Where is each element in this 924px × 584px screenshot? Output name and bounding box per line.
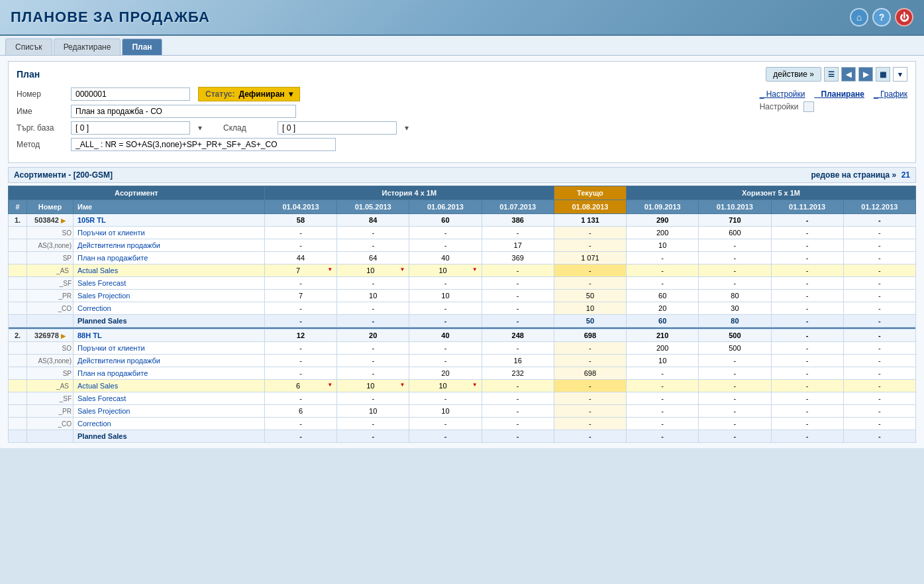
nav-next-button[interactable]: ▶ (858, 67, 873, 82)
tab-edit[interactable]: Редактиране (54, 38, 121, 55)
cell-0: - (264, 302, 336, 315)
sub-name[interactable]: Correction (74, 302, 265, 315)
cell-5: 200 (627, 342, 699, 355)
cell-empty-hash (9, 355, 27, 367)
sub-name[interactable]: Действителни продажби (74, 239, 265, 252)
cell-2: 10 (409, 290, 482, 302)
cell-6: - (699, 405, 771, 418)
home-button[interactable]: ⌂ (850, 8, 868, 27)
cell-2: - (409, 430, 482, 443)
cell-prefix: _CO (27, 302, 74, 315)
cell-6: 600 (699, 227, 771, 239)
cell-6: 80 (699, 290, 771, 302)
product-name[interactable]: 105R TL (74, 214, 265, 227)
dropdown-icon-warehouse[interactable]: ▾ (405, 123, 409, 133)
cell-empty-hash (9, 405, 27, 418)
form-row-name: Име (17, 105, 409, 118)
sub-name[interactable]: План на продажбите (74, 367, 265, 380)
cell-5: - (627, 405, 699, 418)
cell-3: - (482, 315, 554, 327)
cell-prefix: _PR (27, 405, 74, 418)
cell-0: - (264, 227, 336, 239)
cell-1: ▼10 (337, 264, 409, 277)
cell-1: - (337, 302, 409, 315)
cell-8: - (843, 239, 915, 252)
sub-name[interactable]: Sales Forecast (74, 392, 265, 405)
cell-3: 386 (482, 214, 554, 227)
cell-4: - (554, 405, 626, 418)
cell-4: 1 131 (554, 214, 626, 227)
cell-6: - (699, 252, 771, 264)
cell-7: - (771, 315, 843, 327)
cell-7: - (771, 302, 843, 315)
view-extra-button[interactable]: ▾ (893, 67, 907, 82)
sub-name[interactable]: Поръчки от клиенти (74, 342, 265, 355)
cell-3: 17 (482, 239, 554, 252)
help-button[interactable]: ? (872, 8, 891, 27)
form-row-trade: Търг. база ▾ Склад ▾ (17, 121, 409, 135)
trade-base-input[interactable] (71, 121, 190, 135)
sub-name[interactable]: Sales Projection (74, 405, 265, 418)
cell-8: - (843, 252, 915, 264)
cell-6: 30 (699, 302, 771, 315)
warehouse-input[interactable] (278, 121, 397, 135)
header-icons: ⌂ ? ⏻ (850, 8, 913, 27)
dropdown-icon-trade[interactable]: ▾ (198, 123, 202, 133)
power-button[interactable]: ⏻ (895, 8, 913, 27)
col-date-9: 01.12.2013 (843, 200, 915, 214)
sub-name[interactable]: Sales Forecast (74, 277, 265, 290)
col-date-6: 01.09.2013 (627, 200, 699, 214)
cell-1: 10 (337, 290, 409, 302)
view-list-button[interactable]: ☰ (824, 67, 839, 82)
status-dropdown-icon[interactable]: ▾ (289, 89, 293, 99)
cell-1: - (337, 277, 409, 290)
cell-empty-hash (9, 277, 27, 290)
cell-3: - (482, 392, 554, 405)
cell-5: - (627, 418, 699, 430)
cell-8: - (843, 214, 915, 227)
view-chart-button[interactable]: ▦ (876, 67, 890, 82)
settings-checkbox[interactable] (803, 101, 814, 112)
cell-6: - (699, 430, 771, 443)
cell-5: 60 (627, 290, 699, 302)
nav-prev-button[interactable]: ◀ (841, 67, 856, 82)
cell-1: ▼10 (337, 380, 409, 392)
cell-2: 40 (409, 329, 482, 342)
cell-1: - (337, 392, 409, 405)
tab-list[interactable]: Списък (5, 38, 52, 55)
name-input[interactable] (71, 105, 296, 118)
cell-2: 10 (409, 405, 482, 418)
cell-4: - (554, 227, 626, 239)
form-row-number: Номер Статус: Дефиниран ▾ (17, 87, 409, 101)
cell-4: 10 (554, 302, 626, 315)
cell-5: - (627, 430, 699, 443)
sub-name[interactable]: Actual Sales (74, 264, 265, 277)
sub-name[interactable]: Поръчки от клиенти (74, 227, 265, 239)
col-date-4: 01.07.2013 (482, 200, 554, 214)
cell-0: - (264, 239, 336, 252)
rows-per-page-value[interactable]: 21 (901, 170, 910, 180)
cell-6: - (699, 367, 771, 380)
cell-8: - (843, 329, 915, 342)
product-name[interactable]: 88H TL (74, 329, 265, 342)
nav-tab-settings[interactable]: _ Настройки (760, 89, 805, 99)
number-input[interactable] (71, 88, 190, 101)
sub-name[interactable]: План на продажбите (74, 252, 265, 264)
planned-sales-name: Planned Sales (74, 315, 265, 327)
nav-tab-chart[interactable]: _ График (874, 89, 907, 99)
cell-8: - (843, 418, 915, 430)
tab-plan[interactable]: План (122, 38, 162, 55)
method-input[interactable] (71, 138, 336, 151)
nav-tab-planning[interactable]: _ Планиране (815, 89, 864, 99)
cell-7: - (771, 405, 843, 418)
sub-name[interactable]: Correction (74, 418, 265, 430)
cell-6: - (699, 277, 771, 290)
rows-per-page-label: редове на страница » (811, 170, 896, 180)
cell-5: - (627, 264, 699, 277)
sub-name[interactable]: Sales Projection (74, 290, 265, 302)
sub-name[interactable]: Действителни продажби (74, 355, 265, 367)
cell-2: 60 (409, 214, 482, 227)
cell-5: 290 (627, 214, 699, 227)
sub-name[interactable]: Actual Sales (74, 380, 265, 392)
action-button[interactable]: действие » (766, 67, 821, 82)
